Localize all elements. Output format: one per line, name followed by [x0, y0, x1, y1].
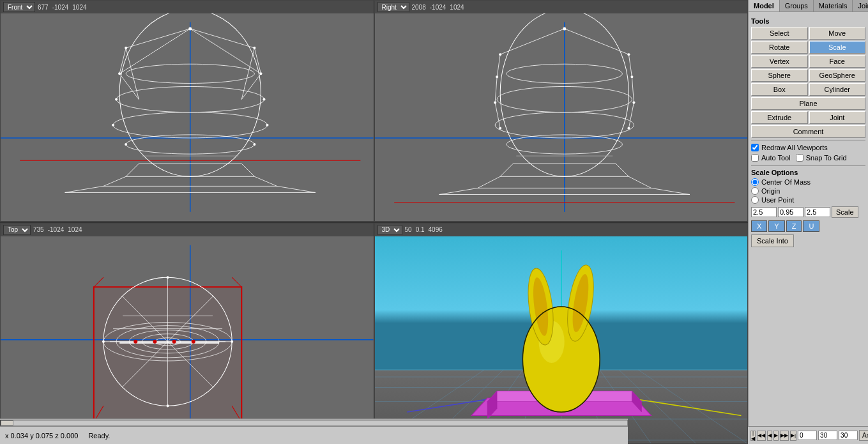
- scale-y-input[interactable]: 0.95: [778, 207, 803, 217]
- origin-radio[interactable]: [751, 187, 759, 195]
- extrude-btn[interactable]: Extrude: [751, 111, 808, 124]
- user-point-row: User Point: [751, 196, 865, 204]
- cylinder-btn[interactable]: Cylinder: [809, 83, 866, 96]
- svg-point-69: [496, 75, 498, 78]
- svg-point-103: [172, 339, 176, 343]
- tab-materials[interactable]: Materials: [814, 0, 853, 11]
- center-of-mass-radio[interactable]: [751, 178, 759, 186]
- scale-z-input[interactable]: 2.5: [805, 207, 830, 217]
- box-btn[interactable]: Box: [751, 83, 808, 96]
- svg-line-10: [119, 73, 139, 99]
- u-axis-btn[interactable]: U: [803, 220, 819, 232]
- svg-line-21: [126, 164, 139, 176]
- svg-point-29: [125, 47, 127, 49]
- svg-point-67: [499, 53, 501, 56]
- comment-btn[interactable]: Comment: [751, 125, 865, 138]
- horizontal-scrollbar[interactable]: [0, 418, 628, 426]
- right-viewport-dropdown[interactable]: Right: [377, 2, 409, 12]
- svg-line-6: [119, 29, 190, 73]
- 3d-coord1: 50: [405, 226, 412, 233]
- rotate-btn[interactable]: Rotate: [751, 41, 808, 54]
- timeline-fwd-btn[interactable]: ▶▶: [780, 431, 789, 441]
- top-viewport[interactable]: Top 735 -1024 1024: [0, 223, 374, 445]
- redraw-checkbox[interactable]: [751, 144, 759, 151]
- divider2: [751, 165, 865, 166]
- z-axis-btn[interactable]: Z: [786, 220, 802, 232]
- timeline-prev-btn[interactable]: ◀◀: [757, 431, 766, 441]
- front-coord2: -1024: [52, 4, 69, 11]
- scale-options-label: Scale Options: [751, 169, 865, 176]
- top-wireframe: [1, 236, 374, 444]
- svg-point-28: [188, 27, 192, 30]
- select-btn[interactable]: Select: [751, 27, 808, 40]
- front-coord3: 1024: [72, 4, 86, 11]
- svg-line-60: [500, 164, 513, 176]
- joint-btn[interactable]: Joint: [809, 111, 866, 124]
- svg-line-63: [628, 176, 651, 188]
- move-btn[interactable]: Move: [809, 27, 866, 40]
- timeline-back-btn[interactable]: ◀: [767, 431, 772, 441]
- auto-tool-checkbox[interactable]: [751, 154, 759, 162]
- anim-btn[interactable]: Anim: [859, 430, 868, 441]
- geosphere-btn[interactable]: GeoSphere: [809, 69, 866, 82]
- snap-checkbox[interactable]: [796, 154, 803, 162]
- user-point-radio[interactable]: [751, 196, 759, 204]
- y-axis-btn[interactable]: Y: [768, 220, 784, 232]
- timeline-current-field[interactable]: 0: [798, 431, 817, 440]
- svg-point-66: [563, 27, 566, 30]
- svg-line-7: [190, 29, 261, 73]
- svg-point-32: [259, 72, 262, 75]
- svg-point-35: [112, 124, 114, 126]
- svg-point-97: [167, 276, 169, 279]
- top-viewport-dropdown[interactable]: Top: [3, 225, 31, 235]
- plane-btn[interactable]: Plane: [751, 97, 865, 110]
- svg-point-30: [253, 47, 255, 49]
- scale-btn[interactable]: Scale: [809, 41, 866, 54]
- right-viewport[interactable]: Right 2008 -1024 1024: [374, 0, 749, 222]
- snap-label: Snap To Grid: [806, 154, 847, 162]
- timeline-end-field[interactable]: 30: [839, 431, 858, 440]
- svg-line-92: [94, 277, 103, 287]
- svg-point-72: [632, 102, 635, 104]
- front-wireframe: [1, 13, 374, 221]
- x-axis-btn[interactable]: X: [751, 220, 767, 232]
- tab-model[interactable]: Model: [749, 0, 780, 11]
- top-coord3: 1024: [68, 226, 82, 233]
- front-viewport-dropdown[interactable]: Front: [3, 2, 35, 12]
- vertex-btn[interactable]: Vertex: [751, 55, 808, 68]
- svg-line-22: [241, 164, 254, 176]
- timeline-start-field[interactable]: 30: [818, 431, 837, 440]
- svg-point-74: [627, 127, 630, 130]
- redraw-row: Redraw All Viewports: [751, 144, 865, 151]
- sphere-btn[interactable]: Sphere: [751, 69, 808, 82]
- tab-joints[interactable]: Joints: [853, 0, 868, 11]
- scale-inputs-row: 2.5 0.95 2.5 Scale: [751, 206, 865, 218]
- origin-label: Origin: [761, 187, 780, 195]
- 3d-coord2: 0.1: [416, 226, 425, 233]
- status-bar: x 0.034 y 0.075 z 0.000 Ready.: [0, 426, 628, 444]
- scale-into-btn[interactable]: Scale Into: [751, 234, 794, 247]
- scrollbar-thumb[interactable]: [1, 420, 13, 425]
- scale-apply-btn[interactable]: Scale: [832, 206, 858, 218]
- timeline-end-btn[interactable]: ▶|: [790, 431, 796, 441]
- 3d-viewport-dropdown[interactable]: 3D: [377, 225, 402, 235]
- front-coord1: 677: [38, 4, 49, 11]
- timeline-play-btn[interactable]: ▶: [773, 431, 779, 441]
- scale-x-input[interactable]: 2.5: [751, 207, 777, 217]
- 3d-viewport[interactable]: 3D 50 0.1 4096: [374, 223, 749, 445]
- svg-line-11: [241, 73, 261, 99]
- svg-point-70: [630, 75, 633, 78]
- svg-line-27: [277, 186, 316, 192]
- face-btn[interactable]: Face: [809, 55, 866, 68]
- tab-groups[interactable]: Groups: [780, 0, 814, 11]
- scrollbar-track[interactable]: [0, 420, 628, 426]
- svg-point-101: [133, 339, 137, 343]
- status-coords: x 0.034 y 0.075 z 0.000: [5, 432, 78, 440]
- timeline-start-btn[interactable]: |◀: [750, 431, 756, 441]
- right-wireframe: [375, 13, 748, 221]
- svg-line-48: [500, 29, 565, 54]
- svg-point-71: [494, 102, 496, 104]
- svg-line-50: [497, 54, 500, 77]
- tab-bar: Model Groups Materials Joints: [749, 0, 868, 12]
- front-viewport[interactable]: Front 677 -1024 1024: [0, 0, 374, 222]
